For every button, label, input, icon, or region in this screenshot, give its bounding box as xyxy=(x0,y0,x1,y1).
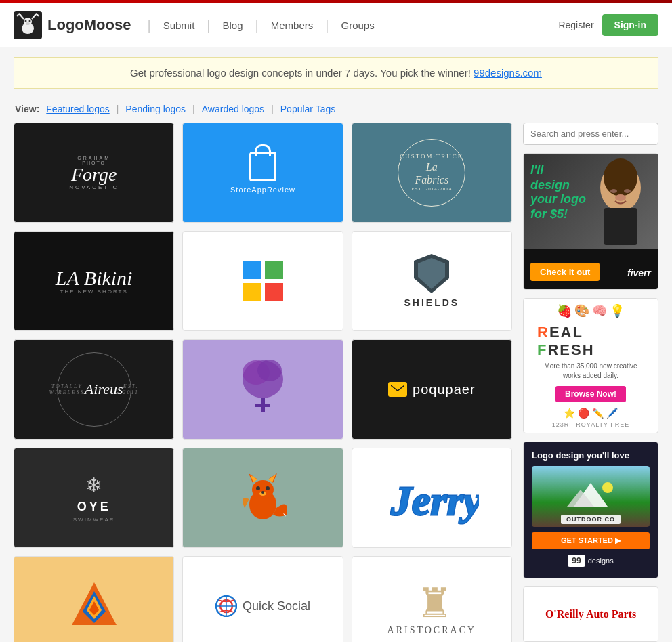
svg-rect-13 xyxy=(265,261,283,279)
aristocracy-svg: ♜ xyxy=(413,576,450,624)
logo-card-tree[interactable] xyxy=(182,339,343,440)
fiverr-headline: I'lldesignyour logofor $5! xyxy=(530,163,586,221)
fiverr-brand: fiverr xyxy=(627,268,651,278)
main-nav: Submit | Blog | Members | Groups xyxy=(154,18,384,33)
banner-text: Get professional logo design concepts in… xyxy=(130,67,471,79)
logo-card-aireus[interactable]: TOTALLY WIRELESS Aireus EST. 2011 xyxy=(14,339,174,440)
view-pending[interactable]: Pending logos xyxy=(125,104,186,114)
logo-card-shields[interactable]: SHIELDS xyxy=(352,231,512,331)
shield-svg xyxy=(414,254,449,293)
logo-card-labikini[interactable]: LA Bikini THE NEW SHORTS xyxy=(14,231,174,331)
svg-point-44 xyxy=(604,158,637,196)
logo-card-poqupaer[interactable]: poqupaer xyxy=(352,339,512,440)
colorsquare-svg xyxy=(243,261,283,301)
rf123-badge: 123RF ROYALTY-FREE xyxy=(552,421,629,428)
svg-point-9 xyxy=(25,20,27,22)
nav-groups[interactable]: Groups xyxy=(331,20,383,31)
logo-grid: GRAHAM PHOTO Forge NOVACETIC StoreAppRev… xyxy=(14,123,512,642)
oreilly-brand: O'Reilly Auto Parts xyxy=(545,608,636,620)
jerry-svg: Jerry Jerry xyxy=(384,471,479,525)
quicksocial-icon xyxy=(215,595,237,617)
main-content: GRAHAM PHOTO Forge NOVACETIC StoreAppRev… xyxy=(0,123,672,642)
tree-svg xyxy=(232,356,293,423)
logo-card-jerry[interactable]: Jerry Jerry xyxy=(352,448,512,548)
svg-point-11 xyxy=(26,22,30,25)
nav-members[interactable]: Members xyxy=(261,20,323,31)
ad-99designs[interactable]: Logo design you'll love OUTDOOR CO GET S… xyxy=(523,442,658,578)
logo-card-storeapp[interactable]: StoreAppReview xyxy=(182,123,343,223)
svg-rect-22 xyxy=(255,404,270,407)
logo-card-fox[interactable] xyxy=(182,448,343,548)
svg-point-48 xyxy=(615,194,626,201)
svg-point-51 xyxy=(602,482,613,493)
header: LogoMoose | Submit | Blog | Members | Gr… xyxy=(0,3,672,47)
logo-card-oye[interactable]: ❄ OYE SWIMWEAR xyxy=(14,448,174,548)
svg-point-33 xyxy=(261,491,264,494)
ad-123rf[interactable]: 🍓🎨🧠💡 REAL FRESH More than 35,000 new cre… xyxy=(523,298,658,433)
rf123-cta[interactable]: Browse Now! xyxy=(555,386,626,402)
svg-rect-15 xyxy=(265,283,283,301)
svg-point-47 xyxy=(624,189,631,193)
header-right: Register Sign-in xyxy=(558,14,658,36)
logo-card-triangle[interactable] xyxy=(14,556,174,642)
svg-point-20 xyxy=(257,360,282,381)
promo-banner: Get professional logo design concepts in… xyxy=(14,57,658,89)
fiverr-person xyxy=(590,157,651,245)
designs99-headline: Logo design you'll love xyxy=(532,450,650,461)
moose-icon xyxy=(14,11,42,39)
svg-point-46 xyxy=(610,189,617,193)
view-popular-tags[interactable]: Popular Tags xyxy=(280,104,335,114)
view-featured[interactable]: Featured logos xyxy=(46,104,109,114)
view-awarded[interactable]: Awarded logos xyxy=(202,104,264,114)
svg-text:Jerry: Jerry xyxy=(390,477,479,523)
fiverr-cta[interactable]: Check it out xyxy=(530,263,600,281)
banner-link[interactable]: 99designs.com xyxy=(474,67,542,79)
logo-card-forge[interactable]: GRAHAM PHOTO Forge NOVACETIC xyxy=(14,123,174,223)
ad-fiverr[interactable]: I'lldesignyour logofor $5! Check it out … xyxy=(523,153,658,290)
svg-point-10 xyxy=(29,20,31,22)
register-link[interactable]: Register xyxy=(558,20,593,30)
aristocracy-label: ARISTOCRACY xyxy=(387,625,477,636)
svg-point-25 xyxy=(252,480,274,499)
sidebar: I'lldesignyour logofor $5! Check it out … xyxy=(523,123,658,642)
designs99-cta[interactable]: GET STARTED ▶ xyxy=(532,532,650,549)
svg-point-31 xyxy=(266,486,270,490)
site-name: LogoMoose xyxy=(47,16,131,34)
triangle-svg xyxy=(70,581,118,632)
svg-rect-12 xyxy=(243,261,261,279)
svg-text:♜: ♜ xyxy=(417,581,450,624)
site-logo[interactable]: LogoMoose xyxy=(14,11,131,39)
logo-card-aristocracy[interactable]: ♜ ARISTOCRACY xyxy=(352,556,512,642)
signin-button[interactable]: Sign-in xyxy=(602,14,658,36)
view-bar: View: Featured logos | Pending logos | A… xyxy=(0,98,672,123)
quicksocial-label: Quick Social xyxy=(243,599,310,614)
svg-point-30 xyxy=(256,486,260,490)
logo-card-colorsquare[interactable] xyxy=(182,231,343,331)
search-input[interactable] xyxy=(523,123,658,145)
nav-submit[interactable]: Submit xyxy=(154,20,205,31)
svg-rect-45 xyxy=(604,208,637,245)
fox-svg xyxy=(239,471,287,525)
svg-rect-14 xyxy=(243,283,261,301)
ad-oreilly[interactable]: O'Reilly Auto Parts xyxy=(523,586,658,642)
logo-card-quicksocial[interactable]: Quick Social xyxy=(182,556,343,642)
view-label: View: xyxy=(15,104,39,114)
nav-sep-1: | xyxy=(147,18,150,33)
logo-card-lafabrics[interactable]: CUSTOM·TRUCK La Fabrics EST. 2014-2014 xyxy=(352,123,512,223)
nav-blog[interactable]: Blog xyxy=(213,20,253,31)
rf123-sub: More than 35,000 new creative works adde… xyxy=(537,362,644,381)
